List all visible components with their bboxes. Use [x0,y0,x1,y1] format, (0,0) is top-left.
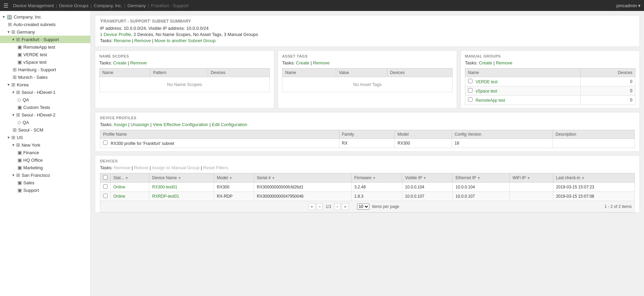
items-per-page-select[interactable]: 10 25 50 [357,204,369,210]
menu-button[interactable]: ☰ [3,2,8,9]
dev-col-status[interactable]: Stat... ▼ [111,173,149,183]
pagination-first[interactable]: « [308,203,316,210]
sidebar-item-custom-tests[interactable]: ▣ Custom Tests [0,103,90,111]
pagination-page-info: 1/1 [326,204,331,209]
sidebar-item-company-inc[interactable]: ▼ 🏢 Company, Inc. [0,13,90,21]
dev-checkbox-0[interactable] [103,184,108,189]
task-remove[interactable]: Remove [134,38,151,43]
dev-col-wifi-ip[interactable]: WiFi IP ▼ [510,173,553,183]
sidebar-item-germany[interactable]: ▼ ⊞ Germany [0,28,90,36]
sidebar-label-company-inc: Company, Inc. [14,14,42,20]
sidebar-item-hq-office[interactable]: ▣ HQ Office [0,156,90,164]
mg-devices-2: 0 [580,96,635,105]
sidebar-item-support[interactable]: ▣ Support [0,186,90,194]
sidebar-item-munich-sales[interactable]: ⊞ Munich - Sales [0,73,90,81]
sidebar: ▼ 🏢 Company, Inc. ⊞ Auto-created subnets… [0,11,91,296]
manual-groups-remove[interactable]: Remove [496,60,512,65]
task-rename[interactable]: Rename [114,38,130,43]
dev-col-visible-ip[interactable]: Visible IP ▼ [402,173,453,183]
sidebar-item-seoul-hdevel2[interactable]: ▼ ⊞ Seoul - HDevel-2 [0,111,90,119]
devices-select-all[interactable] [103,175,108,180]
sidebar-item-auto-created-subnets[interactable]: ⊞ Auto-created subnets [0,21,90,28]
sidebar-item-marketing[interactable]: ▣ Marketing [0,164,90,171]
device-profile-row: RX300 profile for 'Frankfurt' subnet RX … [100,139,635,148]
mg-name-link-2[interactable]: RemoteApp test [476,98,505,103]
dev-col-checkbox[interactable] [100,173,111,183]
name-scopes-create[interactable]: Create [113,60,126,65]
dp-task-edit-config[interactable]: Edit Configuration [212,122,247,127]
sidebar-item-finance[interactable]: ▣ Finance [0,149,90,156]
sidebar-item-vspace-test[interactable]: ▣ vSpace test [0,58,90,66]
dev-status-0: Online [111,183,149,192]
sidebar-item-remoteapp-test[interactable]: ▣ RemoteApp test [0,43,90,51]
sidebar-icon-finance: ▣ [17,150,22,155]
dp-col-description: Description [553,130,634,139]
sidebar-item-seoul-scm[interactable]: ⊞ Seoul - SCM [0,126,90,134]
pagination-last[interactable]: » [342,203,349,210]
breadcrumb-device-management[interactable]: Device Management [13,3,54,8]
device-profiles-tasks: Tasks: Assign | Unassign | View Effectiv… [100,122,635,127]
sidebar-item-san-francisco[interactable]: ▼ ⊞ San Francisco [0,171,90,179]
ns-no-data-row: No Name Scopes [100,77,270,92]
breadcrumb-germany[interactable]: Germany [127,3,146,8]
sidebar-item-qa2[interactable]: ◇ QA [0,119,90,126]
mg-checkbox-0[interactable] [468,79,472,83]
main-content: 'FRANKFURT - SUPPORT' SUBNET SUMMARY IP … [91,11,644,296]
sidebar-item-sales[interactable]: ▣ Sales [0,179,90,186]
dp-task-view-config[interactable]: View Effective Configuration [153,122,208,127]
dp-checkbox-0[interactable] [103,140,108,145]
sidebar-item-frankfurt-support[interactable]: ▼ ⊞ Frankfurt - Support [0,36,90,43]
breadcrumb-device-groups[interactable]: Device Groups [59,3,89,8]
mg-checkbox-2[interactable] [468,97,472,102]
sidebar-item-hamburg-support[interactable]: ⊞ Hamburg - Support [0,66,90,73]
dev-col-firmware[interactable]: Firmware ▼ [351,173,402,183]
sidebar-label-frankfurt-support: Frankfurt - Support [22,37,59,42]
dev-name-link-1[interactable]: RXRDP-test01 [152,194,179,199]
at-col-devices: Devices [387,69,453,77]
sidebar-label-munich-sales: Munich - Sales [18,75,48,80]
breadcrumb-company[interactable]: Company, Inc. [94,3,122,8]
asset-tags-create[interactable]: Create [296,60,309,65]
asset-tags-remove[interactable]: Remove [313,60,329,65]
dp-col-config-version: Config Version [452,130,553,139]
pagination-next[interactable]: › [334,203,340,210]
user-menu[interactable]: pmcadmin ▾ [616,3,641,8]
summary-device-profile-link[interactable]: 1 Device Profile [100,32,131,37]
three-col-section: NAME SCOPES Tasks: Create | Remove Name … [95,50,640,109]
sidebar-label-us: US [17,135,23,140]
mg-name-link-1[interactable]: vSpace test [476,89,497,94]
dev-checkbox-1[interactable] [103,194,108,198]
manual-group-row: VERDE test 0 [465,77,635,86]
dev-col-device-name[interactable]: Device Name ▼ [149,173,214,183]
task-move[interactable]: Move to another Subnet Group [154,38,216,43]
pagination-prev[interactable]: ‹ [317,203,323,210]
dev-name-link-0[interactable]: RX300-test01 [152,185,177,189]
sidebar-item-qa1[interactable]: ◇ QA [0,96,90,103]
breadcrumb-frankfurt: Frankfurt - Support [151,3,188,8]
dev-col-ethernet-ip[interactable]: Ethernet IP ▼ [453,173,510,183]
asset-tags-title: ASSET TAGS [282,54,453,58]
sidebar-item-new-york[interactable]: ▼ ⊞ New York [0,141,90,149]
device-profiles-panel: DEVICE PROFILES Tasks: Assign | Unassign… [95,112,640,152]
sidebar-icon-new-york: ⊞ [16,142,20,148]
sidebar-item-seoul-hdevel1[interactable]: ▼ ⊞ Seoul - HDevel-1 [0,88,90,96]
sidebar-icon-qa2: ◇ [17,120,21,125]
mg-name-link-0[interactable]: VERDE test [476,79,497,84]
sidebar-icon-frankfurt-support: ⊞ [16,37,20,42]
sidebar-item-us[interactable]: ▼ ⊞ US [0,134,90,141]
dev-col-model[interactable]: Model ▼ [214,173,254,183]
sidebar-item-verde-test[interactable]: ▣ VERDE test [0,51,90,58]
dp-task-assign[interactable]: Assign [114,122,127,127]
sidebar-icon-company-inc: 🏢 [7,14,12,20]
sidebar-item-korea[interactable]: ▼ ⊞ Korea [0,81,90,88]
dev-col-last-checkin[interactable]: Last check-in ▼ [553,173,635,183]
manual-groups-table: Name Devices VERDE test 0 vSpace test 0 … [465,68,635,105]
mg-col-name: Name [465,69,581,77]
mg-checkbox-1[interactable] [468,88,472,92]
dev-col-serial[interactable]: Serial # ▼ [254,173,351,183]
name-scopes-remove[interactable]: Remove [130,60,147,65]
dp-task-unassign[interactable]: Unassign [130,122,149,127]
manual-groups-create[interactable]: Create [479,60,492,65]
sidebar-icon-seoul-scm: ⊞ [13,127,17,133]
sidebar-icon-hamburg-support: ⊞ [13,67,17,72]
